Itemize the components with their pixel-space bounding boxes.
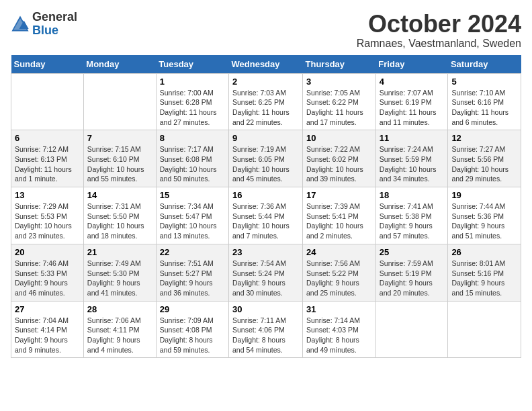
day-info: Sunrise: 7:31 AMSunset: 5:50 PMDaylight:… <box>87 201 152 241</box>
day-info: Sunrise: 7:27 AMSunset: 5:56 PMDaylight:… <box>451 144 517 184</box>
calendar-cell: 26Sunrise: 8:01 AMSunset: 5:16 PMDayligh… <box>448 244 521 301</box>
calendar-header: SundayMondayTuesdayWednesdayThursdayFrid… <box>11 55 521 74</box>
header-row: SundayMondayTuesdayWednesdayThursdayFrid… <box>11 55 521 74</box>
calendar-cell: 12Sunrise: 7:27 AMSunset: 5:56 PMDayligh… <box>448 130 521 187</box>
title-block: October 2024 Ramnaes, Vaestmanland, Swed… <box>357 11 521 50</box>
day-info: Sunrise: 7:19 AMSunset: 6:05 PMDaylight:… <box>232 144 299 184</box>
calendar-cell: 11Sunrise: 7:24 AMSunset: 5:59 PMDayligh… <box>375 130 448 187</box>
calendar-cell: 3Sunrise: 7:05 AMSunset: 6:22 PMDaylight… <box>303 73 376 130</box>
day-number: 24 <box>306 247 372 257</box>
calendar-cell <box>11 73 84 130</box>
day-info: Sunrise: 7:22 AMSunset: 6:02 PMDaylight:… <box>306 144 372 184</box>
page-header: General Blue October 2024 Ramnaes, Vaest… <box>11 11 521 50</box>
calendar-cell: 27Sunrise: 7:04 AMSunset: 4:14 PMDayligh… <box>11 301 84 358</box>
day-number: 18 <box>380 190 445 200</box>
calendar-cell: 24Sunrise: 7:56 AMSunset: 5:22 PMDayligh… <box>303 244 376 301</box>
day-number: 16 <box>232 190 299 200</box>
day-info: Sunrise: 7:04 AMSunset: 4:14 PMDaylight:… <box>15 316 80 355</box>
day-info: Sunrise: 7:03 AMSunset: 6:25 PMDaylight:… <box>232 88 299 128</box>
calendar-cell: 28Sunrise: 7:06 AMSunset: 4:11 PMDayligh… <box>83 301 156 358</box>
header-day-saturday: Saturday <box>448 55 521 74</box>
calendar-cell: 15Sunrise: 7:34 AMSunset: 5:47 PMDayligh… <box>156 187 228 244</box>
calendar-cell: 18Sunrise: 7:41 AMSunset: 5:38 PMDayligh… <box>375 187 448 244</box>
day-number: 12 <box>451 133 517 143</box>
day-number: 13 <box>15 190 80 200</box>
day-info: Sunrise: 7:44 AMSunset: 5:36 PMDaylight:… <box>451 201 517 241</box>
day-number: 28 <box>87 304 152 314</box>
day-info: Sunrise: 7:05 AMSunset: 6:22 PMDaylight:… <box>306 88 372 128</box>
logo-general: General <box>32 11 77 24</box>
day-info: Sunrise: 7:09 AMSunset: 4:08 PMDaylight:… <box>160 316 225 355</box>
day-number: 6 <box>15 133 80 143</box>
day-info: Sunrise: 7:24 AMSunset: 5:59 PMDaylight:… <box>380 144 445 184</box>
main-title: October 2024 <box>357 11 521 38</box>
calendar-cell: 20Sunrise: 7:46 AMSunset: 5:33 PMDayligh… <box>11 244 84 301</box>
day-info: Sunrise: 7:34 AMSunset: 5:47 PMDaylight:… <box>160 201 225 241</box>
day-info: Sunrise: 7:54 AMSunset: 5:24 PMDaylight:… <box>232 259 299 298</box>
calendar-cell: 23Sunrise: 7:54 AMSunset: 5:24 PMDayligh… <box>229 244 303 301</box>
day-number: 9 <box>232 133 299 143</box>
header-day-wednesday: Wednesday <box>229 55 303 74</box>
day-number: 22 <box>160 247 225 257</box>
day-number: 21 <box>87 247 152 257</box>
day-number: 4 <box>380 77 445 87</box>
header-day-monday: Monday <box>83 55 156 74</box>
header-day-sunday: Sunday <box>11 55 84 74</box>
calendar-week-1: 1Sunrise: 7:00 AMSunset: 6:28 PMDaylight… <box>11 73 521 130</box>
header-day-friday: Friday <box>375 55 448 74</box>
calendar-cell: 14Sunrise: 7:31 AMSunset: 5:50 PMDayligh… <box>83 187 156 244</box>
day-info: Sunrise: 7:51 AMSunset: 5:27 PMDaylight:… <box>160 259 225 298</box>
calendar-week-2: 6Sunrise: 7:12 AMSunset: 6:13 PMDaylight… <box>11 130 521 187</box>
day-info: Sunrise: 7:56 AMSunset: 5:22 PMDaylight:… <box>306 259 372 298</box>
subtitle: Ramnaes, Vaestmanland, Sweden <box>357 38 521 50</box>
calendar-cell: 8Sunrise: 7:17 AMSunset: 6:08 PMDaylight… <box>156 130 228 187</box>
header-day-thursday: Thursday <box>303 55 376 74</box>
logo-text: General Blue <box>32 11 77 38</box>
calendar-cell: 5Sunrise: 7:10 AMSunset: 6:16 PMDaylight… <box>448 73 521 130</box>
calendar-cell: 21Sunrise: 7:49 AMSunset: 5:30 PMDayligh… <box>83 244 156 301</box>
calendar-cell: 31Sunrise: 7:14 AMSunset: 4:03 PMDayligh… <box>303 301 376 358</box>
day-number: 7 <box>87 133 152 143</box>
day-info: Sunrise: 7:39 AMSunset: 5:41 PMDaylight:… <box>306 201 372 241</box>
day-info: Sunrise: 7:06 AMSunset: 4:11 PMDaylight:… <box>87 316 152 355</box>
calendar-cell: 22Sunrise: 7:51 AMSunset: 5:27 PMDayligh… <box>156 244 228 301</box>
day-number: 17 <box>306 190 372 200</box>
day-info: Sunrise: 7:07 AMSunset: 6:19 PMDaylight:… <box>380 88 445 128</box>
calendar-table: SundayMondayTuesdayWednesdayThursdayFrid… <box>11 55 521 359</box>
header-day-tuesday: Tuesday <box>156 55 228 74</box>
calendar-cell: 1Sunrise: 7:00 AMSunset: 6:28 PMDaylight… <box>156 73 228 130</box>
day-info: Sunrise: 7:12 AMSunset: 6:13 PMDaylight:… <box>15 144 80 184</box>
calendar-week-4: 20Sunrise: 7:46 AMSunset: 5:33 PMDayligh… <box>11 244 521 301</box>
logo-blue: Blue <box>32 24 77 38</box>
calendar-cell <box>375 301 448 358</box>
day-number: 27 <box>15 304 80 314</box>
day-info: Sunrise: 7:59 AMSunset: 5:19 PMDaylight:… <box>380 259 445 298</box>
day-number: 15 <box>160 190 225 200</box>
day-info: Sunrise: 7:15 AMSunset: 6:10 PMDaylight:… <box>87 144 152 184</box>
day-number: 31 <box>306 304 372 314</box>
day-number: 3 <box>306 77 372 87</box>
day-info: Sunrise: 8:01 AMSunset: 5:16 PMDaylight:… <box>451 259 517 298</box>
calendar-week-3: 13Sunrise: 7:29 AMSunset: 5:53 PMDayligh… <box>11 187 521 244</box>
calendar-cell: 16Sunrise: 7:36 AMSunset: 5:44 PMDayligh… <box>229 187 303 244</box>
calendar-cell: 9Sunrise: 7:19 AMSunset: 6:05 PMDaylight… <box>229 130 303 187</box>
day-info: Sunrise: 7:11 AMSunset: 4:06 PMDaylight:… <box>232 316 299 355</box>
calendar-cell: 4Sunrise: 7:07 AMSunset: 6:19 PMDaylight… <box>375 73 448 130</box>
day-number: 30 <box>232 304 299 314</box>
calendar-cell <box>448 301 521 358</box>
day-number: 26 <box>451 247 517 257</box>
day-number: 11 <box>380 133 445 143</box>
logo-icon <box>11 15 30 34</box>
logo: General Blue <box>11 11 77 38</box>
day-number: 14 <box>87 190 152 200</box>
day-number: 5 <box>451 77 517 87</box>
day-number: 29 <box>160 304 225 314</box>
calendar-cell: 10Sunrise: 7:22 AMSunset: 6:02 PMDayligh… <box>303 130 376 187</box>
day-number: 20 <box>15 247 80 257</box>
day-info: Sunrise: 7:36 AMSunset: 5:44 PMDaylight:… <box>232 201 299 241</box>
calendar-cell: 7Sunrise: 7:15 AMSunset: 6:10 PMDaylight… <box>83 130 156 187</box>
calendar-body: 1Sunrise: 7:00 AMSunset: 6:28 PMDaylight… <box>11 73 521 358</box>
day-info: Sunrise: 7:29 AMSunset: 5:53 PMDaylight:… <box>15 201 80 241</box>
day-number: 23 <box>232 247 299 257</box>
calendar-cell: 13Sunrise: 7:29 AMSunset: 5:53 PMDayligh… <box>11 187 84 244</box>
